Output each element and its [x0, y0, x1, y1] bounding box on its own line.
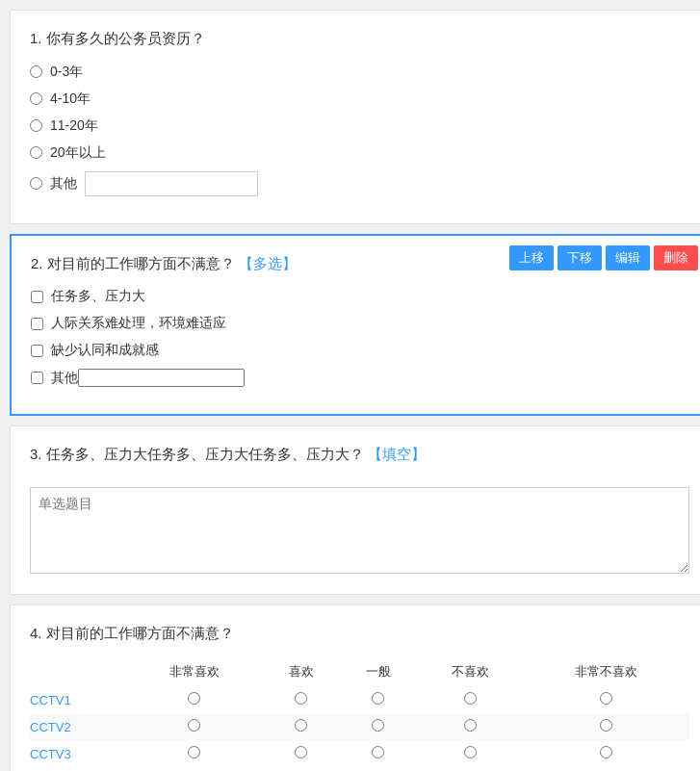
page-container: 1. 你有多久的公务员资历？ 0-3年 4-10年 11-20年 20年以上 其…	[10, 10, 700, 771]
q2-label-3: 其他	[51, 370, 78, 387]
q1-radio-3[interactable]	[30, 146, 42, 159]
q2-checkbox-3[interactable]	[31, 372, 43, 384]
q4-title: 4. 对目前的工作哪方面不满意？	[30, 623, 689, 645]
q2-text: 对目前的工作哪方面不满意？	[47, 255, 235, 271]
q4-row-1-col-3	[417, 713, 524, 740]
q2-action-buttons: 上移 下移 编辑 删除	[509, 245, 698, 270]
q4-col-2: 一般	[340, 657, 417, 686]
q4-radio-1-2[interactable]	[372, 719, 384, 732]
q1-other-input[interactable]	[85, 171, 258, 196]
q4-row-0-col-0	[126, 686, 263, 713]
q1-label-2: 11-20年	[50, 117, 98, 135]
q4-radio-2-2[interactable]	[372, 746, 384, 758]
q4-radio-2-4[interactable]	[600, 746, 612, 758]
q4-radio-2-0[interactable]	[188, 746, 200, 758]
q1-radio-4[interactable]	[30, 177, 42, 190]
q4-row-0-col-4	[524, 686, 689, 713]
q4-row-2-col-0	[126, 740, 263, 767]
q4-radio-0-4[interactable]	[600, 692, 612, 705]
q1-radio-1[interactable]	[30, 92, 42, 105]
q2-checkbox-1[interactable]	[31, 318, 43, 330]
q2-label-0: 任务多、压力大	[51, 288, 145, 305]
q1-radio-0[interactable]	[30, 65, 42, 78]
q4-row-1: CCTV2	[30, 713, 689, 740]
q4-row-1-col-1	[263, 713, 340, 740]
q4-radio-1-1[interactable]	[295, 719, 307, 732]
q2-type-label: 【多选】	[239, 255, 297, 271]
q4-radio-1-0[interactable]	[188, 719, 200, 732]
question-2: 上移 下移 编辑 删除 2. 对目前的工作哪方面不满意？ 【多选】 任务多、压力…	[10, 234, 700, 417]
q4-radio-1-3[interactable]	[464, 719, 477, 732]
q2-up-button[interactable]: 上移	[509, 245, 554, 270]
q1-label-1: 4-10年	[50, 90, 91, 108]
q4-row-0-col-3	[417, 686, 524, 713]
q2-label-2: 缺少认同和成就感	[51, 342, 159, 359]
q4-row-2-col-3	[417, 740, 524, 767]
q4-row-2-col-1	[263, 740, 340, 767]
q2-other-input[interactable]	[78, 369, 245, 387]
q2-label-1: 人际关系难处理，环境难适应	[51, 315, 226, 332]
q4-radio-2-3[interactable]	[464, 746, 477, 758]
q4-row-1-col-4	[524, 713, 689, 740]
q2-checkbox-2[interactable]	[31, 345, 43, 357]
q4-col-0: 非常喜欢	[126, 657, 263, 686]
q4-row-0-col-1	[263, 686, 340, 713]
q4-radio-0-0[interactable]	[188, 692, 200, 705]
q3-number: 3	[30, 446, 38, 462]
q2-option-2: 缺少认同和成就感	[31, 342, 688, 359]
q1-option-4: 其他	[30, 171, 689, 196]
q4-radio-0-3[interactable]	[464, 692, 477, 705]
question-1: 1. 你有多久的公务员资历？ 0-3年 4-10年 11-20年 20年以上 其…	[10, 10, 700, 224]
q4-col-3: 不喜欢	[417, 657, 524, 686]
q2-option-0: 任务多、压力大	[31, 288, 688, 305]
q3-type-label: 【填空】	[368, 446, 426, 462]
q4-row-2-col-4	[524, 740, 689, 767]
q4-row-1-col-0	[126, 713, 263, 740]
q2-option-1: 人际关系难处理，环境难适应	[31, 315, 688, 332]
q2-checkbox-0[interactable]	[31, 291, 43, 303]
q1-radio-2[interactable]	[30, 119, 42, 132]
q4-col-4: 非常不喜欢	[524, 657, 689, 686]
q2-down-button[interactable]: 下移	[557, 245, 602, 270]
q1-option-1: 4-10年	[30, 90, 689, 108]
q3-title: 3. 任务多、压力大任务多、压力大任务多、压力大？ 【填空】	[30, 444, 689, 466]
q1-label-3: 20年以上	[50, 144, 106, 162]
q4-row-2-col-2	[340, 740, 417, 767]
q4-matrix-table: 非常喜欢 喜欢 一般 不喜欢 非常不喜欢 CCTV1 CCTV2	[30, 657, 689, 767]
q4-col-1: 喜欢	[263, 657, 340, 686]
q4-radio-0-2[interactable]	[372, 692, 384, 705]
q4-row-2: CCTV3	[30, 740, 689, 767]
q4-number: 4	[30, 625, 38, 641]
q4-row-1-col-2	[340, 713, 417, 740]
q4-row-1-label: CCTV2	[30, 713, 126, 740]
q1-text: 你有多久的公务员资历？	[46, 30, 205, 46]
q4-row-0-label: CCTV1	[30, 686, 126, 713]
q4-radio-2-1[interactable]	[295, 746, 307, 758]
q2-delete-button[interactable]: 删除	[654, 245, 698, 270]
q2-edit-button[interactable]: 编辑	[606, 245, 650, 270]
q1-label-0: 0-3年	[50, 64, 83, 81]
q1-option-3: 20年以上	[30, 144, 689, 162]
q1-title: 1. 你有多久的公务员资历？	[30, 28, 689, 50]
q1-label-4: 其他	[50, 175, 77, 193]
q3-text: 任务多、压力大任务多、压力大任务多、压力大？	[46, 446, 364, 462]
question-4: 4. 对目前的工作哪方面不满意？ 非常喜欢 喜欢 一般 不喜欢 非常不喜欢 CC…	[10, 604, 700, 772]
q2-option-3: 其他	[31, 369, 688, 387]
q4-row-0: CCTV1	[30, 686, 689, 713]
q1-number: 1	[30, 30, 38, 46]
q3-textarea[interactable]	[30, 487, 689, 574]
q4-row-2-label: CCTV3	[30, 740, 126, 767]
question-3: 3. 任务多、压力大任务多、压力大任务多、压力大？ 【填空】	[10, 425, 700, 595]
q1-option-0: 0-3年	[30, 64, 689, 81]
q4-col-empty	[30, 657, 126, 686]
q1-option-2: 11-20年	[30, 117, 689, 135]
q2-number: 2	[31, 255, 39, 271]
q4-radio-0-1[interactable]	[295, 692, 307, 705]
q4-radio-1-4[interactable]	[600, 719, 612, 732]
q4-text: 对目前的工作哪方面不满意？	[46, 625, 234, 641]
q4-row-0-col-2	[340, 686, 417, 713]
